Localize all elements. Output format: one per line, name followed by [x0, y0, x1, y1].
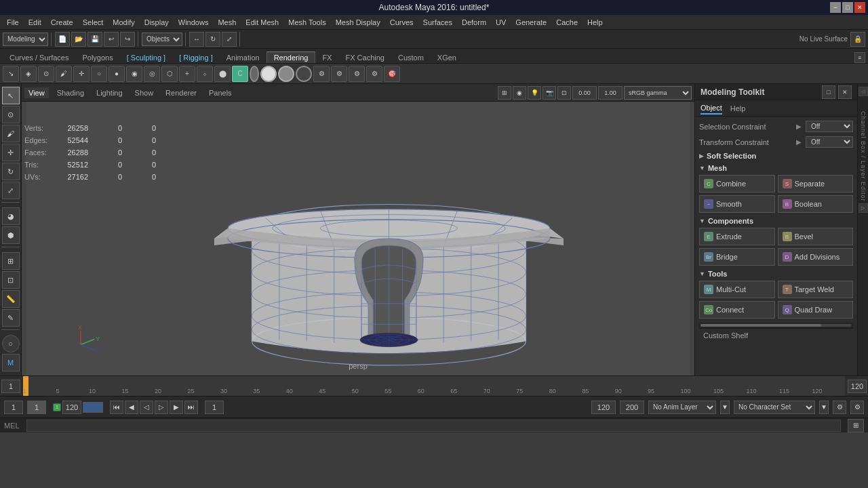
shelf-icon-tools3[interactable]: ⚙ — [349, 66, 365, 82]
play-btn[interactable]: ▷ — [155, 401, 168, 414]
panel-tab-help[interactable]: Help — [730, 103, 746, 114]
target-weld-btn[interactable]: T Target Weld — [778, 281, 854, 298]
shelf-icon-funnel[interactable]: ⬡ — [161, 66, 178, 82]
shelf-icon-paint[interactable]: 🖌 — [56, 66, 72, 82]
menu-item-windows[interactable]: Windows — [174, 17, 213, 28]
autokey-btn[interactable]: ⚙ — [850, 401, 864, 414]
menu-item-file[interactable]: File — [3, 17, 23, 28]
menu-item-edit mesh[interactable]: Edit Mesh — [241, 17, 283, 28]
gamma-val1-input[interactable]: 0.00 — [572, 86, 597, 100]
panel-tab-object[interactable]: Object — [701, 102, 722, 115]
bridge-btn[interactable]: Br Bridge — [699, 248, 775, 266]
script-editor-btn[interactable]: ⊞ — [848, 419, 864, 432]
redo-btn[interactable]: ↪ — [120, 32, 135, 47]
shelf-icon-brush[interactable]: ⬦ — [197, 66, 213, 82]
shelf-icon-white-sphere[interactable] — [260, 66, 277, 82]
add-divisions-btn[interactable]: D Add Divisions — [778, 248, 854, 266]
lasso-tool-btn[interactable]: ⊙ — [2, 106, 20, 123]
vp-smooth-btn[interactable]: ◉ — [513, 86, 526, 100]
vp-tab-panels[interactable]: Panels — [205, 87, 236, 98]
minimize-button[interactable]: – — [830, 2, 841, 13]
vp-light-btn[interactable]: 💡 — [528, 86, 541, 100]
sculpt-btn[interactable]: ⬢ — [2, 226, 20, 244]
multi-cut-btn[interactable]: M Multi-Cut — [699, 281, 775, 298]
shelf-icon-target[interactable]: 🎯 — [384, 66, 400, 82]
scale-tool-sidebar-btn[interactable]: ⤢ — [2, 182, 20, 199]
smooth-btn[interactable]: ~ Smooth — [699, 195, 775, 213]
rotate-tool-sidebar-btn[interactable]: ↻ — [2, 163, 20, 180]
shelf-icon-select[interactable]: ◈ — [20, 66, 37, 82]
shelf-icon-sphere[interactable]: ● — [108, 66, 125, 82]
undo-btn[interactable]: ↩ — [104, 32, 119, 47]
shelf-icon-particle[interactable]: ⬤ — [214, 66, 231, 82]
shelf-tab-rendering[interactable]: Rendering — [267, 52, 316, 63]
transform-constraint-dropdown[interactable]: Off — [806, 136, 853, 148]
quad-draw-btn[interactable]: Q Quad Draw — [778, 301, 854, 319]
vp-wireframe-btn[interactable]: ⊞ — [498, 86, 511, 100]
menu-item-curves[interactable]: Curves — [386, 17, 418, 28]
menu-item-mesh[interactable]: Mesh — [214, 17, 240, 28]
shelf-icon-color2[interactable] — [250, 66, 259, 82]
loop-start-field[interactable] — [205, 401, 224, 414]
gamma-select[interactable]: sRGB gamma — [624, 86, 692, 100]
shelf-icon-tools2[interactable]: ⚙ — [331, 66, 347, 82]
boolean-btn[interactable]: B Boolean — [778, 195, 854, 213]
measure-tool-btn[interactable]: 📏 — [2, 290, 20, 308]
jump-end-btn[interactable]: ⏭ — [184, 401, 198, 414]
menu-item-mesh tools[interactable]: Mesh Tools — [284, 17, 330, 28]
shelf-icon-lasso[interactable]: ⊙ — [38, 66, 54, 82]
menu-item-create[interactable]: Create — [47, 17, 77, 28]
vp-cam-btn[interactable]: 📷 — [542, 86, 556, 100]
shelf-tab-sculpting[interactable]: [ Sculpting ] — [120, 52, 172, 63]
step-forward-btn[interactable]: ▶ — [170, 401, 183, 414]
menu-item-generate[interactable]: Generate — [511, 17, 551, 28]
character-set-settings-btn[interactable]: ⚙ — [833, 401, 846, 414]
shelf-icon-add[interactable]: + — [179, 66, 195, 82]
rotate-tool-btn[interactable]: ↻ — [205, 32, 220, 47]
bevel-btn[interactable]: B Bevel — [778, 228, 854, 245]
combine-btn[interactable]: C Combine — [699, 175, 775, 192]
end-frame-input[interactable] — [848, 380, 867, 393]
render-settings-btn[interactable]: 🔒 — [850, 32, 865, 47]
snap-tools-btn[interactable]: ⊡ — [2, 271, 20, 289]
panel-scrollbar-thumb[interactable] — [701, 324, 821, 327]
shelf-icon-sphere2[interactable]: ◉ — [126, 66, 142, 82]
shelf-icon-dark-sphere[interactable] — [296, 66, 312, 82]
soft-mod-btn[interactable]: ◕ — [2, 207, 20, 225]
timeline-range-end-field[interactable] — [620, 401, 644, 414]
scale-tool-btn[interactable]: ⤢ — [222, 32, 237, 47]
menu-item-surfaces[interactable]: Surfaces — [419, 17, 456, 28]
viewport-3d[interactable]: Verts: 26258 0 0 Edges: 52544 0 0 Faces:… — [22, 102, 694, 375]
panel-scroll[interactable] — [699, 323, 853, 328]
shelf-tab-xgen[interactable]: XGen — [431, 52, 463, 63]
new-file-btn[interactable]: 📄 — [55, 32, 70, 47]
snap-to-grid-btn[interactable]: ⊞ — [2, 252, 20, 270]
shelf-tab-custom[interactable]: Custom — [391, 52, 431, 63]
circle-icon[interactable]: ○ — [2, 335, 20, 352]
panel-close-btn[interactable]: ✕ — [838, 85, 852, 99]
close-button[interactable]: ✕ — [854, 2, 865, 13]
menu-item-modify[interactable]: Modify — [108, 17, 138, 28]
vp-tab-lighting[interactable]: Lighting — [92, 87, 127, 98]
shelf-tab-fx-caching[interactable]: FX Caching — [338, 52, 391, 63]
shelf-tab-polygons[interactable]: Polygons — [75, 52, 119, 63]
current-frame-field[interactable] — [27, 401, 46, 414]
selection-constraint-dropdown[interactable]: Off — [806, 121, 853, 132]
paint-select-btn[interactable]: 🖌 — [2, 125, 20, 142]
timeline-ruler[interactable]: 1510152025303540455055606570758085909510… — [23, 376, 845, 396]
vp-tab-show[interactable]: Show — [131, 87, 158, 98]
frame-field-start[interactable] — [4, 401, 23, 414]
menu-item-edit[interactable]: Edit — [24, 17, 45, 28]
shelf-icon-tools4[interactable]: ⚙ — [366, 66, 382, 82]
shelf-icon-grey-sphere[interactable] — [278, 66, 294, 82]
menu-item-select[interactable]: Select — [79, 17, 108, 28]
jump-start-btn[interactable]: ⏮ — [110, 401, 123, 414]
shelf-tab-curves-surfaces[interactable]: Curves / Surfaces — [3, 52, 75, 63]
anim-layer-arrow[interactable]: ▼ — [720, 401, 730, 414]
shelf-icon-tools1[interactable]: ⚙ — [313, 66, 330, 82]
shelf-icon-circle[interactable]: ○ — [91, 66, 107, 82]
tools-section-header[interactable]: Tools — [699, 270, 853, 278]
move-tool-btn[interactable]: ↔ — [189, 32, 204, 47]
vp-tab-view[interactable]: View — [24, 87, 49, 98]
anim-layer-select[interactable]: No Anim Layer — [648, 401, 716, 414]
